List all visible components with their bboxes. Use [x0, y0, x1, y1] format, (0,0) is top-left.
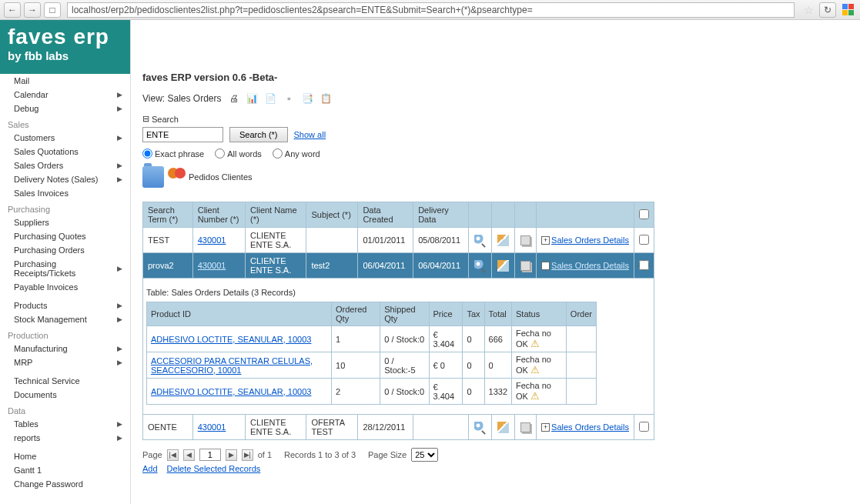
- cat-production: Production: [0, 326, 130, 342]
- edit-icon[interactable]: [497, 422, 509, 433]
- first-page-button[interactable]: |◀: [167, 449, 179, 461]
- page-title: faves ERP version 0.6 -Beta-: [142, 72, 848, 83]
- menu-purchasing-quotes[interactable]: Purchasing Quotes: [0, 229, 130, 243]
- collapse-search-icon[interactable]: ⊟: [142, 114, 149, 124]
- row-checkbox[interactable]: [639, 235, 649, 245]
- table-row[interactable]: TEST 430001 CLIENTE ENTE S.A. 01/01/2011…: [143, 228, 654, 253]
- product-link[interactable]: ADHESIVO LOCTITE, SEANULAR, 10003: [151, 335, 311, 344]
- edit-icon[interactable]: [497, 235, 509, 246]
- menu-purchasing-orders[interactable]: Purchasing Orders: [0, 243, 130, 257]
- menu-sales-quotations[interactable]: Sales Quotations: [0, 145, 130, 159]
- collapse-icon[interactable]: −: [541, 262, 550, 270]
- edit-icon[interactable]: [497, 260, 509, 272]
- dcol-product: Product ID: [147, 302, 332, 326]
- menu-home[interactable]: Home: [0, 449, 130, 463]
- show-all-link[interactable]: Show all: [294, 130, 326, 139]
- view-icon[interactable]: [474, 260, 486, 272]
- orders-table: Search Term (*) Client Number (*) Client…: [142, 202, 654, 440]
- details-link[interactable]: Sales Orders Details: [551, 235, 629, 245]
- reload-button[interactable]: ↻: [819, 2, 836, 18]
- menu-sales-orders[interactable]: Sales Orders▶: [0, 159, 130, 172]
- client-number-link[interactable]: 430001: [198, 235, 226, 245]
- details-table: Product ID Ordered Qty Shipped Qty Price…: [146, 302, 597, 405]
- menu-debug[interactable]: Debug▶: [0, 102, 130, 115]
- menu-reports[interactable]: reports▶: [0, 431, 130, 445]
- delete-link[interactable]: Delete Selected Records: [167, 464, 261, 473]
- client-number-link[interactable]: 430001: [198, 261, 226, 270]
- details-link[interactable]: Sales Orders Details: [551, 422, 629, 432]
- pedidos-label: Pedidos Clientes: [189, 172, 253, 182]
- table-row-selected[interactable]: prova2 430001 CLIENTE ENTE S.A. test2 06…: [143, 253, 654, 279]
- col-search-term[interactable]: Search Term (*): [143, 202, 193, 228]
- folder-icon[interactable]: [142, 166, 164, 188]
- csv-icon[interactable]: ▫: [283, 92, 296, 105]
- menu-tables[interactable]: Tables▶: [0, 417, 130, 431]
- col-delivery-data[interactable]: Delivery Data: [413, 202, 469, 228]
- detail-row: ADHESIVO LOCTITE, SEANULAR, 10003 10 / S…: [147, 326, 597, 352]
- radio-all[interactable]: All words: [215, 149, 262, 159]
- col-client-number[interactable]: Client Number (*): [192, 202, 245, 228]
- print-icon[interactable]: 🖨: [228, 92, 240, 105]
- select-all-checkbox[interactable]: [639, 209, 649, 219]
- cat-data: Data: [0, 402, 130, 417]
- forward-button[interactable]: →: [24, 2, 41, 18]
- back-button[interactable]: ←: [4, 2, 21, 18]
- excel-icon[interactable]: 📊: [246, 92, 259, 105]
- prev-page-button[interactable]: ◀: [183, 449, 195, 461]
- menu-delivery-notes[interactable]: Delivery Notes (Sales)▶: [0, 172, 130, 186]
- details-link[interactable]: Sales Orders Details: [551, 261, 629, 270]
- page-input[interactable]: [199, 449, 221, 461]
- menu-products[interactable]: Products▶: [0, 299, 130, 312]
- radio-any[interactable]: Any word: [273, 149, 320, 159]
- menu-technical[interactable]: Technical Service: [0, 374, 130, 388]
- menu-stock[interactable]: Stock Management▶: [0, 312, 130, 326]
- people-icon[interactable]: [166, 166, 187, 188]
- add-link[interactable]: Add: [142, 464, 158, 473]
- expand-icon[interactable]: +: [541, 236, 550, 245]
- view-icon[interactable]: [474, 422, 486, 433]
- export-icon[interactable]: 📑: [302, 92, 314, 105]
- table-row[interactable]: OENTE 430001 CLIENTE ENTE S.A. OFERTA TE…: [143, 415, 654, 440]
- menu-gantt[interactable]: Gantt 1: [0, 463, 130, 477]
- expand-icon[interactable]: +: [541, 423, 550, 432]
- col-subject[interactable]: Subject (*): [306, 202, 358, 228]
- warning-icon: ⚠: [530, 338, 540, 349]
- copy-icon[interactable]: [520, 261, 530, 271]
- client-number-link[interactable]: 430001: [198, 422, 226, 432]
- xml-icon[interactable]: 📋: [320, 92, 333, 105]
- copy-icon[interactable]: [520, 235, 530, 245]
- menu-mail[interactable]: Mail: [0, 74, 130, 88]
- bookmark-star-icon[interactable]: ☆: [801, 2, 816, 18]
- row-checkbox[interactable]: [639, 422, 649, 432]
- menu-customers[interactable]: Customers▶: [0, 131, 130, 145]
- search-input[interactable]: [142, 127, 223, 142]
- menu-purchasing-receipts[interactable]: Purchasing Receipts/Tickets▶: [0, 257, 130, 280]
- menu-manufacturing[interactable]: Manufacturing▶: [0, 342, 130, 355]
- row-checkbox[interactable]: [639, 260, 649, 270]
- view-icon[interactable]: [474, 235, 486, 246]
- url-bar[interactable]: localhost/erp2b/pedidosclientes2list.php…: [67, 2, 795, 18]
- menu-mrp[interactable]: MRP▶: [0, 355, 130, 369]
- product-link[interactable]: ACCESORIO PARA CENTRAR CELULAS, SEACCESO…: [151, 356, 313, 375]
- dcol-order: Order: [566, 302, 596, 326]
- word-icon[interactable]: 📄: [265, 92, 277, 105]
- last-page-button[interactable]: ▶|: [242, 449, 253, 461]
- menu-documents[interactable]: Documents: [0, 388, 130, 402]
- google-extension-icon[interactable]: [839, 2, 856, 18]
- warning-icon: ⚠: [530, 390, 540, 402]
- menu-calendar[interactable]: Calendar▶: [0, 88, 130, 102]
- copy-icon[interactable]: [520, 422, 530, 432]
- radio-exact[interactable]: Exact phrase: [142, 149, 204, 159]
- col-data-created[interactable]: Data Created: [358, 202, 413, 228]
- product-link[interactable]: ADHESIVO LOCTITE, SEANULAR, 10003: [151, 387, 311, 396]
- col-client-name[interactable]: Client Name (*): [246, 202, 306, 228]
- menu-payable-invoices[interactable]: Payable Invoices: [0, 280, 130, 294]
- search-button[interactable]: Search (*): [229, 127, 288, 142]
- dcol-oqty: Ordered Qty: [332, 302, 380, 326]
- next-page-button[interactable]: ▶: [226, 449, 237, 461]
- dcol-status: Status: [512, 302, 567, 326]
- page-size-select[interactable]: 25: [411, 448, 438, 462]
- menu-sales-invoices[interactable]: Sales Invoices: [0, 186, 130, 200]
- menu-chpw[interactable]: Change Password: [0, 477, 130, 491]
- menu-suppliers[interactable]: Suppliers: [0, 215, 130, 229]
